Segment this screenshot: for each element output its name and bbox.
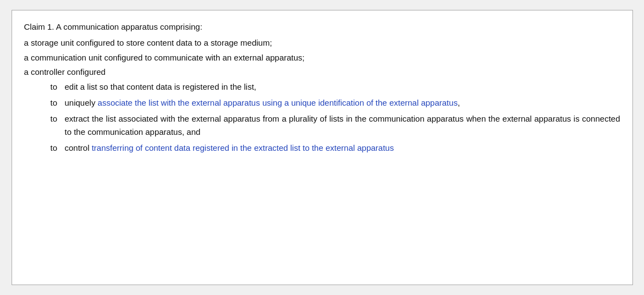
sub-item-control-text: control transferring of content data reg…: [65, 141, 394, 155]
sub-item-associate-text: uniquely associate the list with the ext…: [65, 96, 460, 110]
to-prefix-1: to: [51, 80, 63, 94]
claim-title: Claim 1. A communication apparatus compr…: [24, 20, 620, 34]
to-prefix-3: to: [51, 112, 63, 126]
claim-line-controller: a controller configured: [24, 65, 620, 79]
to-prefix-4: to: [51, 141, 63, 155]
sub-item-edit-text: edit a list so that content data is regi…: [65, 80, 257, 94]
control-blue-text: transferring of content data registered …: [92, 143, 394, 152]
sub-item-extract-text: extract the list associated with the ext…: [65, 112, 620, 140]
sub-item-associate: to uniquely associate the list with the …: [51, 96, 620, 110]
claim-line-storage: a storage unit configured to store conte…: [24, 36, 620, 50]
sub-item-extract: to extract the list associated with the …: [51, 112, 620, 140]
claim-line-communication: a communication unit configured to commu…: [24, 51, 620, 65]
sub-item-edit: to edit a list so that content data is r…: [51, 80, 620, 94]
sub-item-control: to control transferring of content data …: [51, 141, 620, 155]
associate-blue-text: associate the list with the external app…: [98, 98, 458, 107]
claim-container: Claim 1. A communication apparatus compr…: [12, 10, 633, 285]
to-prefix-2: to: [51, 96, 63, 110]
